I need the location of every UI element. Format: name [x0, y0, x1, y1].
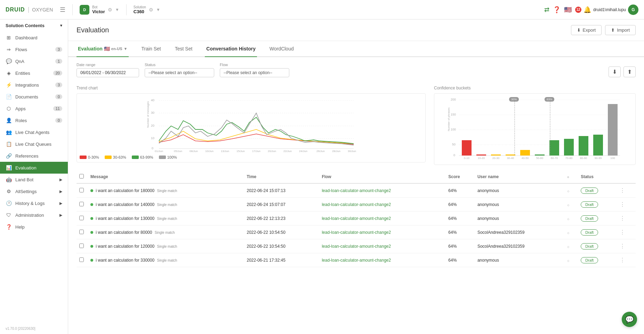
row-more-icon-2[interactable]: ⋮ [620, 215, 625, 221]
row-sort-icon-4[interactable]: ⬦ [567, 244, 570, 249]
bot-dropdown-icon[interactable]: ▼ [115, 7, 119, 12]
sidebar-item-allsettings[interactable]: ⚙ AllSettings ▶ [0, 185, 68, 197]
sidebar-item-administration[interactable]: 🛡 Administration ▶ [0, 209, 68, 221]
sidebar-collapse-icon[interactable]: ▾ [60, 23, 62, 28]
row-status-badge-0[interactable]: Draft [581, 188, 598, 194]
import-button[interactable]: ⬆ Import [605, 25, 636, 35]
col-checkbox [77, 170, 88, 183]
sidebar-item-integrations[interactable]: ⚡ Integrations 3 [0, 79, 68, 91]
svg-text:10-20: 10-20 [478, 157, 485, 160]
row-sort-icon-2[interactable]: ⬦ [567, 216, 570, 221]
share-icon[interactable]: ⇄ [544, 6, 549, 14]
logo-separator: | [28, 6, 30, 13]
bar-100 [608, 104, 618, 156]
row-flow-link-4[interactable]: lead-loan-calculator-amount-change2 [322, 244, 391, 249]
svg-text:26/Jun: 26/Jun [316, 150, 325, 152]
svg-text:90-99: 90-99 [595, 157, 602, 160]
sidebar-item-livechatagents[interactable]: 👥 Live Chat Agents [0, 126, 68, 138]
sidebar-section-header[interactable]: Solution Contents ▾ [0, 19, 68, 32]
sidebar-item-flows[interactable]: ⇒ Flows 3 [0, 43, 68, 55]
solution-dropdown-icon[interactable]: ▼ [156, 7, 160, 12]
row-checkbox-2[interactable] [79, 216, 84, 220]
row-more-icon-5[interactable]: ⋮ [620, 257, 625, 263]
flow-label: Flow [220, 63, 289, 67]
sidebar-item-qna[interactable]: 💬 QnA 1 [0, 55, 68, 67]
menu-icon[interactable]: ☰ [60, 6, 65, 14]
row-msg-text-0: i want an calculation for 180000 [96, 188, 154, 193]
sidebar-item-landbot[interactable]: 🤖 Land Bot ▶ [0, 174, 68, 185]
user-avatar[interactable]: G [628, 5, 638, 15]
tab-evaluation[interactable]: Evaluation 🇺🇸 en-US ▼ [77, 41, 129, 57]
bot-settings-icon[interactable]: ⚙ [108, 7, 112, 13]
row-sort-action-3: ⬦ [564, 225, 578, 239]
row-status-badge-2[interactable]: Draft [581, 215, 598, 222]
sort-icon[interactable]: ⬦ [567, 174, 569, 179]
legend-30-63: 30-63% [105, 155, 126, 159]
notification-bell[interactable]: 🔔 [583, 6, 591, 14]
row-more-icon-0[interactable]: ⋮ [620, 188, 625, 193]
row-flow-link-1[interactable]: lead-loan-calculator-amount-change2 [322, 202, 391, 207]
svg-text:100: 100 [610, 157, 615, 160]
row-checkbox-3[interactable] [79, 230, 84, 234]
row-status-badge-5[interactable]: Draft [581, 257, 598, 263]
row-checkbox-0[interactable] [79, 188, 84, 192]
row-more-cell-2: ⋮ [617, 212, 636, 225]
tab-testset[interactable]: Test Set [174, 41, 194, 57]
row-sort-icon-0[interactable]: ⬦ [567, 188, 570, 193]
flows-badge: 3 [55, 47, 62, 52]
status-label: Status [145, 63, 214, 67]
sidebar-label-administration: Administration [15, 213, 44, 218]
sidebar-item-roles[interactable]: 👤 Roles 0 [0, 114, 68, 126]
row-status-badge-3[interactable]: Draft [581, 229, 598, 236]
flag-icon[interactable]: 🇺🇸 [564, 6, 572, 14]
sidebar-item-evaluation[interactable]: 📊 Evaluation [0, 162, 68, 174]
row-checkbox-4[interactable] [79, 244, 84, 248]
row-checkbox-1[interactable] [79, 202, 84, 206]
flow-select[interactable]: --Please select an option-- [220, 68, 289, 77]
sidebar-item-help[interactable]: ❓ Help [0, 221, 68, 233]
row-sort-icon-5[interactable]: ⬦ [567, 257, 570, 263]
row-msg-text-5: i want an calculation for 330000 [96, 258, 154, 263]
sidebar-item-livechatqueues[interactable]: 📋 Live Chat Queues [0, 138, 68, 150]
tab-trainset[interactable]: Train Set [140, 41, 162, 57]
row-status-badge-4[interactable]: Draft [581, 243, 598, 249]
download-btn-2[interactable]: ⬆ [623, 66, 636, 77]
chat-fab[interactable]: 💬 [622, 312, 637, 327]
tab-lang-dropdown[interactable]: ▼ [124, 47, 128, 51]
row-sort-icon-1[interactable]: ⬦ [567, 202, 570, 207]
sidebar-item-documents[interactable]: 📄 Documents 0 [0, 91, 68, 103]
row-message-5: i want an calculation for 330000 Single … [88, 253, 244, 267]
row-sort-icon-3[interactable]: ⬦ [567, 230, 570, 235]
sidebar-item-dashboard[interactable]: ⊞ Dashboard [0, 32, 68, 43]
download-btn-1[interactable]: ⬇ [609, 66, 621, 77]
row-more-icon-4[interactable]: ⋮ [620, 243, 625, 249]
notification-badge[interactable]: 12 [575, 7, 581, 13]
solution-settings-icon[interactable]: ⚙ [149, 7, 153, 13]
row-more-icon-1[interactable]: ⋮ [620, 201, 625, 207]
export-button[interactable]: ⬇ Export [571, 25, 602, 35]
tab-wordcloud[interactable]: WordCloud [268, 41, 295, 57]
sidebar-item-references[interactable]: 🔗 References [0, 150, 68, 162]
tab-conversationhistory[interactable]: Conversation History [205, 41, 257, 57]
row-flow-link-5[interactable]: lead-loan-calculator-amount-change2 [322, 258, 391, 263]
row-more-icon-3[interactable]: ⋮ [620, 229, 625, 235]
daterange-input[interactable] [77, 68, 139, 77]
row-more-cell-4: ⋮ [617, 239, 636, 253]
row-checkbox-5[interactable] [79, 257, 84, 262]
roles-badge: 0 [55, 118, 62, 123]
row-flow-link-2[interactable]: lead-loan-calculator-amount-change2 [322, 216, 391, 221]
row-match-4: Single match [157, 245, 177, 248]
sidebar-label-references: References [15, 153, 38, 159]
sidebar-item-historylogs[interactable]: 🕐 History & Logs ▶ [0, 197, 68, 209]
select-all-checkbox[interactable] [79, 174, 84, 178]
documents-icon: 📄 [6, 94, 12, 100]
status-select[interactable]: --Please select an option-- [145, 68, 214, 77]
trend-chart-area: 40 30 20 10 0 Number of messages [77, 93, 426, 162]
row-flow-link-3[interactable]: lead-loan-calculator-amount-change2 [322, 230, 391, 235]
row-flow-link-0[interactable]: lead-loan-calculator-amount-change2 [322, 188, 391, 193]
row-status-badge-1[interactable]: Draft [581, 201, 598, 208]
help-icon[interactable]: ❓ [553, 6, 561, 14]
sidebar-item-entities[interactable]: ◈ Entities 20 [0, 67, 68, 79]
sidebar-item-apps[interactable]: ⬡ Apps 11 [0, 103, 68, 114]
tab-conversationhistory-label: Conversation History [206, 46, 256, 51]
